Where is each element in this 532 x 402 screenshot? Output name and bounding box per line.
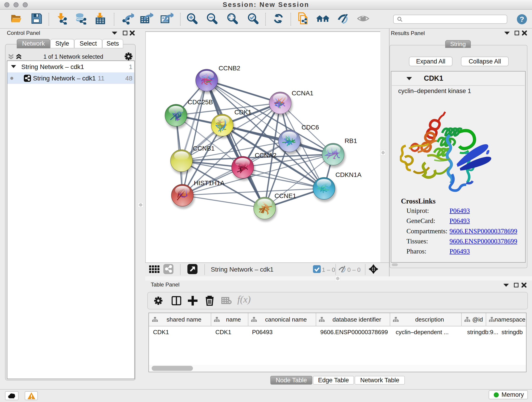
svg-text:CCNB1: CCNB1 <box>193 145 215 152</box>
svg-text:CDC25B: CDC25B <box>188 99 213 106</box>
svg-text:CCNA1: CCNA1 <box>292 89 313 97</box>
svg-text:CDC6: CDC6 <box>302 124 319 131</box>
svg-text:RB1: RB1 <box>345 137 357 144</box>
svg-text:CDKN1A: CDKN1A <box>336 171 361 178</box>
svg-text:CCNB2: CCNB2 <box>219 65 240 72</box>
svg-text:HIST1H1A: HIST1H1A <box>194 179 225 186</box>
svg-text:CDK1: CDK1 <box>234 109 252 116</box>
svg-text:CCNE1: CCNE1 <box>274 192 296 199</box>
svg-text:CCNA2: CCNA2 <box>255 152 277 159</box>
